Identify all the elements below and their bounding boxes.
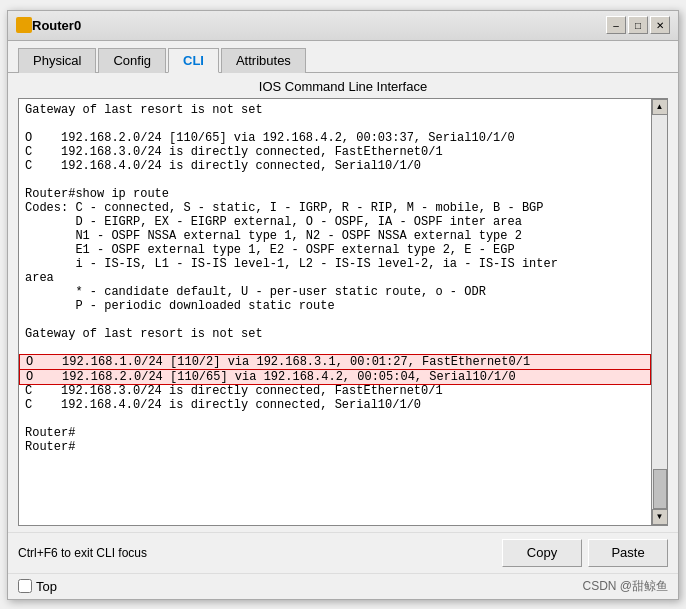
tab-cli[interactable]: CLI bbox=[168, 48, 219, 73]
title-bar: Router0 – □ ✕ bbox=[8, 11, 678, 41]
router-window: Router0 – □ ✕ Physical Config CLI Attrib… bbox=[7, 10, 679, 600]
watermark: CSDN @甜鲸鱼 bbox=[57, 578, 668, 595]
minimize-button[interactable]: – bbox=[606, 16, 626, 34]
scroll-up-button[interactable]: ▲ bbox=[652, 99, 668, 115]
footer-bar: Top CSDN @甜鲸鱼 bbox=[8, 573, 678, 599]
top-checkbox[interactable] bbox=[18, 579, 32, 593]
maximize-button[interactable]: □ bbox=[628, 16, 648, 34]
tab-attributes[interactable]: Attributes bbox=[221, 48, 306, 73]
paste-button[interactable]: Paste bbox=[588, 539, 668, 567]
tab-bar: Physical Config CLI Attributes bbox=[8, 41, 678, 73]
copy-button[interactable]: Copy bbox=[502, 539, 582, 567]
cli-area[interactable]: Gateway of last resort is not set O 192.… bbox=[18, 98, 668, 526]
bottom-bar: Ctrl+F6 to exit CLI focus Copy Paste bbox=[8, 532, 678, 573]
section-title: IOS Command Line Interface bbox=[8, 73, 678, 98]
cli-hint: Ctrl+F6 to exit CLI focus bbox=[18, 546, 496, 560]
highlighted-cli-line: O 192.168.1.0/24 [110/2] via 192.168.3.1… bbox=[19, 354, 651, 370]
router-icon bbox=[16, 17, 32, 33]
scrollbar[interactable]: ▲ ▼ bbox=[651, 99, 667, 525]
title-bar-controls: – □ ✕ bbox=[606, 16, 670, 34]
scroll-down-button[interactable]: ▼ bbox=[652, 509, 668, 525]
scroll-track[interactable] bbox=[652, 115, 667, 509]
scroll-thumb[interactable] bbox=[653, 469, 667, 509]
window-title: Router0 bbox=[32, 18, 606, 33]
tab-physical[interactable]: Physical bbox=[18, 48, 96, 73]
top-checkbox-area[interactable]: Top bbox=[18, 579, 57, 594]
close-button[interactable]: ✕ bbox=[650, 16, 670, 34]
cli-content[interactable]: Gateway of last resort is not set O 192.… bbox=[19, 99, 651, 525]
top-label: Top bbox=[36, 579, 57, 594]
highlighted-cli-line: O 192.168.2.0/24 [110/65] via 192.168.4.… bbox=[19, 369, 651, 385]
tab-config[interactable]: Config bbox=[98, 48, 166, 73]
